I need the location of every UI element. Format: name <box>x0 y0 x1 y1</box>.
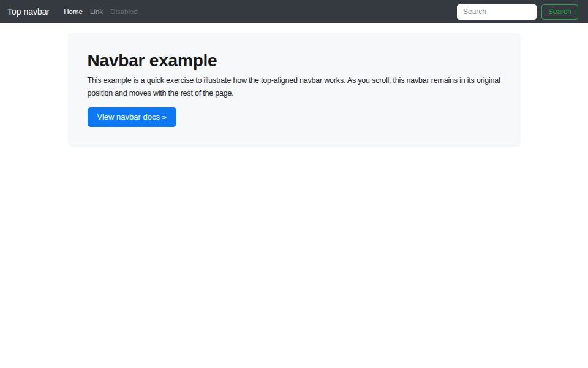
nav-link-disabled: Disabled <box>107 8 141 15</box>
page-title: Navbar example <box>88 51 501 71</box>
navbar-brand[interactable]: Top navbar <box>7 7 50 17</box>
search-form: Search <box>457 4 578 20</box>
main-content: Navbar example This example is a quick e… <box>68 33 521 147</box>
nav-link-link[interactable]: Link <box>86 8 107 15</box>
navbar-links: Home Link Disabled <box>60 8 141 15</box>
nav-link-home[interactable]: Home <box>60 8 86 15</box>
view-navbar-docs-button[interactable]: View navbar docs » <box>88 107 176 127</box>
top-navbar: Top navbar Home Link Disabled Search <box>0 0 588 23</box>
hero-description: This example is a quick exercise to illu… <box>88 74 501 100</box>
search-input[interactable] <box>457 4 537 20</box>
hero-panel: Navbar example This example is a quick e… <box>68 33 521 147</box>
search-button[interactable]: Search <box>541 4 578 20</box>
